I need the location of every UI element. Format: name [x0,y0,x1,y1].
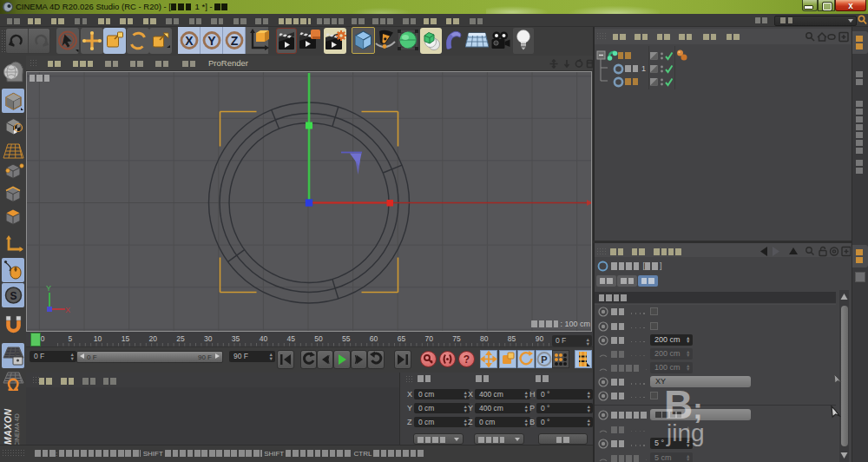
svg-text:P: P [541,354,547,365]
svg-text:Y: Y [207,34,216,48]
svg-text:Y: Y [46,284,51,293]
svg-text:Z: Z [231,34,239,48]
svg-text:X: X [185,34,194,48]
svg-text:S: S [10,290,16,302]
svg-text:?: ? [464,353,470,366]
svg-text:X: X [65,306,70,314]
